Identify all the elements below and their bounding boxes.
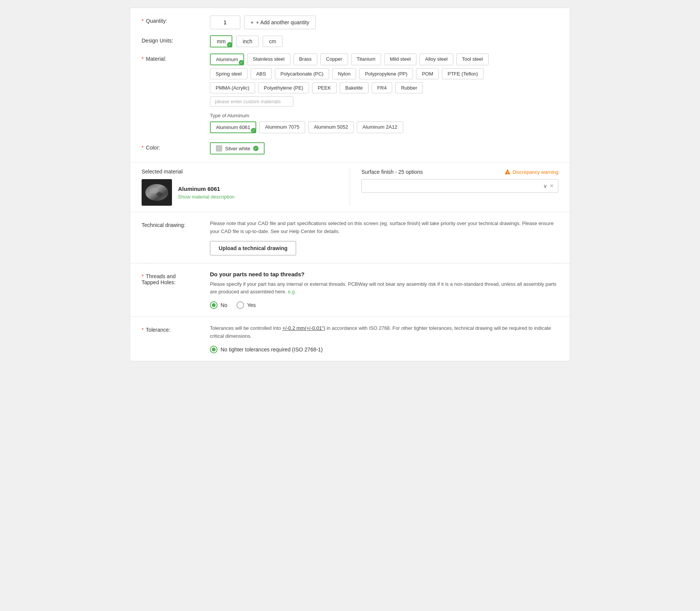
color-row: * Color: Silver white ✓ — [142, 142, 558, 154]
chip-pmma[interactable]: PMMA (Acrylic) — [210, 82, 255, 93]
tech-drawing-field: Please note that your CAD file and part … — [210, 220, 558, 255]
chip-al2a12[interactable]: Aluminum 2A12 — [357, 121, 403, 133]
chip-pom[interactable]: POM — [416, 68, 439, 79]
svg-text:!: ! — [507, 171, 508, 175]
tolerance-radio[interactable]: No tighter tolerances required (ISO 2768… — [210, 346, 558, 353]
tech-drawing-row: Technical drawing: Please note that your… — [142, 220, 558, 255]
tech-drawing-label: Technical drawing: — [142, 220, 210, 228]
aluminum-type-label: Type of Aluminum — [210, 113, 558, 118]
chip-ptfe[interactable]: PTFE (Teflon) — [442, 68, 484, 79]
chip-polyethylene[interactable]: Polyethylene (PE) — [258, 82, 309, 93]
color-chip-silver-white[interactable]: Silver white ✓ — [210, 142, 265, 154]
aluminum-type-group: Aluminum 6061 ✓ Aluminum 7075 Aluminum 5… — [210, 121, 558, 133]
design-units-label: Design Units: — [142, 35, 210, 44]
surface-select-actions: ∨ × — [543, 183, 553, 189]
chip-abs[interactable]: ABS — [251, 68, 272, 79]
svg-point-2 — [156, 192, 162, 197]
chip-rubber[interactable]: Rubber — [395, 82, 423, 93]
warning-icon: ! — [504, 168, 511, 175]
radio-no-circle — [210, 301, 218, 309]
color-required-star: * — [142, 145, 143, 151]
color-swatch — [216, 145, 222, 151]
chip-stainless-steel[interactable]: Stainless steel — [247, 54, 290, 65]
tolerance-radio-label: No tighter tolerances required (ISO 2768… — [221, 346, 323, 353]
aluminum-checkmark: ✓ — [239, 60, 244, 65]
threads-row: * Threads andTapped Holes: Do your parts… — [142, 271, 558, 309]
threads-radio-no[interactable]: No — [210, 301, 227, 309]
chip-mild-steel[interactable]: Mild steel — [384, 54, 416, 65]
chevron-down-icon: ∨ — [543, 183, 547, 189]
upload-technical-drawing-button[interactable]: Upload a technical drawing — [210, 241, 296, 255]
unit-btn-inch[interactable]: inch — [236, 36, 259, 47]
technical-drawing-section: Technical drawing: Please note that your… — [130, 212, 570, 263]
custom-material-input[interactable]: please enter custom materials — [210, 96, 293, 107]
chip-titanium[interactable]: Titanium — [351, 54, 381, 65]
eg-link[interactable]: e.g. — [288, 289, 296, 294]
surface-header: Surface finish - 25 options ! Discrepanc… — [361, 168, 558, 175]
material-required-star: * — [142, 56, 143, 62]
quantity-field: + + Add another quantity — [210, 16, 558, 29]
al6061-checkmark: ✓ — [251, 128, 256, 133]
tolerance-value: +/-0.2 mm(+/-0.01") — [282, 325, 325, 331]
tolerance-radio-circle — [210, 346, 218, 353]
unit-btn-cm[interactable]: cm — [263, 36, 283, 47]
chip-al6061[interactable]: Aluminum 6061 ✓ — [210, 121, 256, 133]
tolerance-section: * Tolerance: Tolerances will be controll… — [130, 317, 570, 361]
chip-polycarbonate[interactable]: Polycarbonate (PC) — [275, 68, 329, 79]
material-surface-section: Selected material — [130, 162, 570, 212]
main-container: * Quantity: + + Add another quantity Des… — [130, 8, 570, 361]
threads-title: Do your parts need to tap threads? — [210, 271, 558, 277]
svg-point-1 — [150, 187, 159, 194]
chip-spring-steel[interactable]: Spring steel — [210, 68, 248, 79]
threads-description: Please specify if your part has any inte… — [210, 280, 558, 296]
threads-section: * Threads andTapped Holes: Do your parts… — [130, 263, 570, 317]
tolerance-row: * Tolerance: Tolerances will be controll… — [142, 324, 558, 353]
surface-finish-select[interactable]: ∨ × — [361, 179, 558, 193]
chip-tool-steel[interactable]: Tool steel — [456, 54, 489, 65]
quantity-required-star: * — [142, 18, 143, 24]
quantity-label: * Quantity: — [142, 16, 210, 24]
close-icon[interactable]: × — [550, 183, 553, 189]
tolerance-description: Tolerances will be controlled into +/-0.… — [210, 324, 558, 340]
surface-finish-col: Surface finish - 25 options ! Discrepanc… — [350, 168, 558, 193]
threads-required-star: * — [142, 273, 143, 279]
material-chip-group-3: PMMA (Acrylic) Polyethylene (PE) PEEK Ba… — [210, 82, 558, 93]
material-thumbnail-svg — [143, 181, 170, 204]
chip-bakelite[interactable]: Bakelite — [340, 82, 369, 93]
chip-nylon[interactable]: Nylon — [332, 68, 356, 79]
threads-radio-yes[interactable]: Yes — [236, 301, 256, 309]
surface-finish-title: Surface finish - 25 options — [361, 169, 423, 175]
radio-yes-circle — [236, 301, 244, 309]
threads-field: Do your parts need to tap threads? Pleas… — [210, 271, 558, 309]
show-material-description-link[interactable]: Show material description — [178, 194, 235, 200]
tolerance-field: Tolerances will be controlled into +/-0.… — [210, 324, 558, 353]
material-card: Aluminum 6061 Show material description — [142, 179, 338, 206]
threads-label: * Threads andTapped Holes: — [142, 271, 210, 285]
chip-alloy-steel[interactable]: Alloy steel — [419, 54, 453, 65]
add-quantity-button[interactable]: + + Add another quantity — [244, 16, 316, 29]
mm-checkmark: ✓ — [227, 42, 232, 47]
plus-icon: + — [251, 19, 254, 25]
material-label: * Material: — [142, 54, 210, 62]
discrepancy-warning-badge[interactable]: ! Discrepancy warning — [504, 168, 558, 175]
chip-fr4[interactable]: FR4 — [372, 82, 393, 93]
color-label: * Color: — [142, 142, 210, 151]
color-field: Silver white ✓ — [210, 142, 558, 154]
chip-aluminum[interactable]: Aluminum ✓ — [210, 54, 244, 65]
material-chip-group-2: Spring steel ABS Polycarbonate (PC) Nylo… — [210, 68, 558, 79]
material-thumbnail — [142, 179, 172, 206]
design-units-row: Design Units: mm ✓ inch cm — [142, 35, 558, 47]
quantity-input[interactable] — [210, 16, 240, 29]
color-checkmark: ✓ — [253, 146, 259, 151]
design-units-field: mm ✓ inch cm — [210, 35, 558, 47]
chip-al7075[interactable]: Aluminum 7075 — [259, 121, 305, 133]
material-chip-group: Aluminum ✓ Stainless steel Brass Copper … — [210, 54, 558, 65]
material-info-text: Aluminum 6061 Show material description — [178, 186, 235, 200]
chip-brass[interactable]: Brass — [293, 54, 317, 65]
chip-peek[interactable]: PEEK — [312, 82, 337, 93]
chip-al5052[interactable]: Aluminum 5052 — [308, 121, 354, 133]
tolerance-required-star: * — [142, 327, 143, 333]
chip-polypropylene[interactable]: Polypropylene (PP) — [359, 68, 413, 79]
chip-copper[interactable]: Copper — [320, 54, 348, 65]
unit-btn-mm[interactable]: mm ✓ — [210, 35, 232, 47]
